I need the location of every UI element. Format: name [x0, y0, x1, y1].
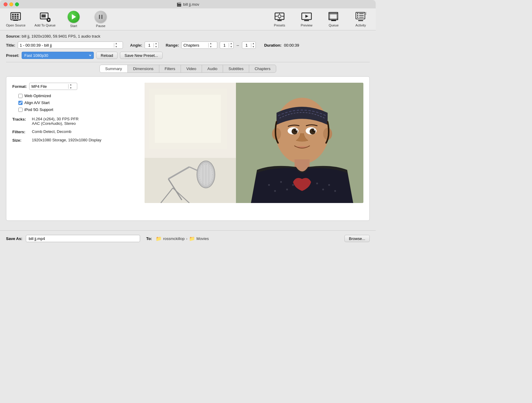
angle-up-arrow[interactable]: ▲ — [154, 42, 158, 45]
minimize-button[interactable] — [9, 2, 13, 6]
svg-text:ℹ: ℹ — [365, 12, 366, 16]
preset-select[interactable]: Fast 1080p30 — [22, 52, 94, 59]
file-icon: 🎬 — [176, 2, 182, 7]
svg-point-59 — [274, 190, 276, 192]
filters-label: Filters: — [12, 129, 32, 134]
ipod-checkbox[interactable] — [18, 108, 23, 112]
add-to-queue-button[interactable]: Add To Queue — [35, 11, 56, 27]
save-new-preset-button[interactable]: Save New Preset... — [120, 52, 162, 59]
presets-button[interactable]: Presets — [271, 11, 289, 27]
svg-rect-2 — [14, 14, 16, 15]
align-av-label[interactable]: Align A/V Start — [24, 100, 50, 105]
range-type-up-arrow[interactable]: ▲ — [209, 42, 213, 45]
web-optimized-checkbox[interactable] — [18, 94, 23, 98]
tracks-label: Tracks: — [12, 117, 32, 126]
start-icon — [68, 11, 80, 23]
tab-summary[interactable]: Summary — [100, 65, 128, 72]
align-av-row: Align A/V Start — [18, 100, 139, 105]
range-type-stepper[interactable]: Chapters ▲ ▼ — [181, 42, 217, 49]
start-button[interactable]: Start — [65, 11, 83, 28]
format-label: Format: — [12, 84, 27, 89]
tab-video[interactable]: Video — [181, 65, 202, 72]
web-optimized-label[interactable]: Web Optimized — [24, 94, 51, 98]
activity-button[interactable]: ℹ Activity — [352, 11, 370, 27]
format-down-arrow[interactable]: ▼ — [69, 86, 73, 90]
svg-point-56 — [314, 129, 315, 131]
svg-point-36 — [357, 17, 358, 18]
svg-marker-24 — [305, 15, 308, 18]
range-type-down-arrow[interactable]: ▼ — [209, 45, 213, 48]
tab-dimensions[interactable]: Dimensions — [128, 65, 159, 72]
save-as-input[interactable] — [26, 235, 140, 242]
title-label: Title: — [6, 43, 15, 48]
format-stepper[interactable]: MP4 File ▲ ▼ — [29, 83, 77, 90]
source-label: Source: — [6, 34, 20, 38]
duration-value: 00:00:39 — [284, 43, 299, 48]
divider-1 — [6, 62, 370, 62]
svg-point-17 — [278, 15, 281, 18]
preview-button[interactable]: Preview — [298, 11, 316, 27]
range-to-up-arrow[interactable]: ▲ — [251, 42, 255, 45]
svg-rect-5 — [14, 16, 16, 17]
range-from-stepper[interactable]: 1 ▲ ▼ — [220, 42, 234, 49]
titlebar: 🎬 bill jj.mov — [0, 0, 376, 8]
svg-point-62 — [292, 184, 294, 186]
tab-subtitles[interactable]: Subtitles — [223, 65, 249, 72]
activity-icon: ℹ — [355, 11, 366, 22]
angle-stepper[interactable]: 1 ▲ ▼ — [145, 42, 158, 49]
svg-point-63 — [316, 183, 318, 184]
path-folder: Movies — [197, 236, 209, 241]
range-to-arrows: ▲ ▼ — [251, 42, 255, 48]
angle-label: Angle: — [130, 43, 142, 48]
svg-rect-3 — [17, 14, 19, 15]
open-source-button[interactable]: Open Source — [6, 11, 26, 27]
window-title: 🎬 bill jj.mov — [176, 2, 199, 7]
ipod-label[interactable]: iPod 5G Support — [24, 107, 53, 112]
align-av-checkbox[interactable] — [18, 101, 23, 105]
to-label: To: — [146, 236, 152, 241]
pause-button[interactable]: Pause — [92, 11, 110, 28]
path-separator: › — [186, 236, 187, 241]
range-to-stepper[interactable]: 1 ▲ ▼ — [242, 42, 256, 49]
svg-point-52 — [310, 128, 316, 134]
range-to-value: 1 — [242, 43, 251, 48]
queue-button[interactable]: Queue — [325, 11, 343, 27]
save-as-label: Save As: — [6, 236, 22, 241]
preview-icon — [301, 11, 312, 22]
close-button[interactable] — [4, 2, 8, 6]
format-up-arrow[interactable]: ▲ — [69, 83, 73, 86]
svg-point-64 — [322, 189, 324, 190]
angle-down-arrow[interactable]: ▼ — [154, 45, 158, 48]
path-user: rossmckillop — [163, 236, 185, 241]
angle-arrows: ▲ ▼ — [154, 42, 158, 48]
fullscreen-button[interactable] — [15, 2, 19, 6]
main-content: Source: bill jj, 1920x1080, 59.9401 FPS,… — [0, 30, 376, 224]
add-to-queue-label: Add To Queue — [35, 23, 56, 27]
reload-button[interactable]: Reload — [96, 52, 118, 59]
svg-point-58 — [268, 184, 270, 186]
video-preview — [145, 83, 363, 203]
filters-value: Comb Detect, Decomb — [32, 129, 72, 134]
tracks-values: H.264 (x264), 30 FPS PFR AAC (CoreAudio)… — [32, 117, 78, 126]
size-row: Size: 1920x1080 Storage, 1920x1080 Displ… — [12, 138, 139, 143]
range-from-up-arrow[interactable]: ▲ — [229, 42, 233, 45]
range-from-down-arrow[interactable]: ▼ — [229, 45, 233, 48]
title-stepper[interactable]: 1 - 00:00:39 - bill jj ▲ ▼ — [18, 42, 123, 49]
format-arrows: ▲ ▼ — [69, 83, 73, 90]
range-label: Range: — [166, 43, 179, 48]
tab-filters[interactable]: Filters — [159, 65, 181, 72]
format-row: Format: MP4 File ▲ ▼ — [12, 83, 139, 90]
tab-audio[interactable]: Audio — [202, 65, 223, 72]
toolbar: Open Source Add To Queue Start Pause — [0, 8, 376, 30]
title-down-arrow[interactable]: ▼ — [114, 45, 118, 48]
panel-left: Format: MP4 File ▲ ▼ Web Optimized — [12, 83, 139, 203]
summary-panel: Format: MP4 File ▲ ▼ Web Optimized — [6, 76, 370, 221]
range-to-down-arrow[interactable]: ▼ — [251, 45, 255, 48]
title-arrows: ▲ ▼ — [114, 42, 118, 48]
tab-chapters[interactable]: Chapters — [249, 65, 276, 72]
title-up-arrow[interactable]: ▲ — [114, 42, 118, 45]
size-label: Size: — [12, 138, 32, 143]
browse-button[interactable]: Browse... — [344, 235, 370, 242]
web-optimized-row: Web Optimized — [18, 94, 139, 98]
svg-point-34 — [357, 15, 358, 16]
